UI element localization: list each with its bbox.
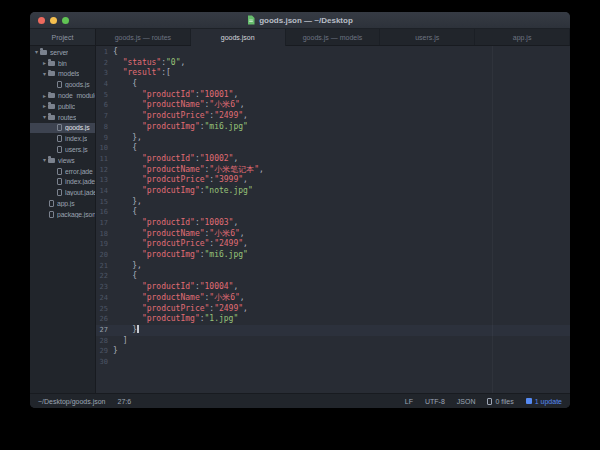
package-updates[interactable]: 1 update: [526, 398, 562, 405]
tree-item-label: layout.jade: [65, 189, 95, 196]
tree-item-layout.jade[interactable]: layout.jade: [30, 187, 95, 198]
file-icon: [57, 135, 62, 142]
line-ending-selector[interactable]: LF: [405, 398, 413, 405]
code-line[interactable]: 18 "productName":"小米6",: [96, 229, 570, 240]
tree-item-server[interactable]: ▾server: [30, 47, 95, 58]
code-line[interactable]: 12 "productName":"小米笔记本",: [96, 165, 570, 176]
code-line[interactable]: 27 }: [96, 325, 570, 336]
folder-icon: [48, 158, 55, 163]
code-line[interactable]: 17 "productId":"10003",: [96, 218, 570, 229]
file-icon: [57, 178, 62, 185]
code-line[interactable]: 29}: [96, 346, 570, 357]
code-line[interactable]: 24 "productName":"小米6",: [96, 293, 570, 304]
tree-item-bin[interactable]: ▸bin: [30, 58, 95, 69]
code-line[interactable]: 10 {: [96, 143, 570, 154]
close-button[interactable]: [38, 17, 45, 24]
chevron-right-icon[interactable]: ▸: [41, 101, 48, 111]
package-icon: [526, 398, 532, 404]
git-status[interactable]: 0 files: [487, 398, 513, 405]
window-controls: [38, 17, 69, 24]
code-text: },: [113, 133, 142, 144]
line-number: 30: [96, 357, 113, 368]
tab-app.js[interactable]: app.js: [475, 29, 570, 45]
chevron-down-icon[interactable]: ▾: [41, 69, 48, 79]
line-number: 13: [96, 175, 113, 186]
code-line[interactable]: 8 "prodcutImg":"mi6.jpg": [96, 122, 570, 133]
code-line[interactable]: 20 "prodcutImg":"mi6.jpg": [96, 250, 570, 261]
code-line[interactable]: 11 "productId":"10002",: [96, 154, 570, 165]
tree-item-public[interactable]: ▸public: [30, 101, 95, 112]
code-text: "productId":"10002",: [113, 154, 238, 165]
code-line[interactable]: 30: [96, 357, 570, 368]
line-number: 3: [96, 68, 113, 79]
chevron-right-icon[interactable]: ▸: [41, 58, 48, 68]
tree-item-label: index.jade: [65, 178, 95, 185]
code-line[interactable]: 21 },: [96, 261, 570, 272]
tree-item-index.js[interactable]: index.js: [30, 133, 95, 144]
code-line[interactable]: 16 {: [96, 207, 570, 218]
code-text: "productName":"小米6",: [113, 293, 245, 304]
grammar-selector[interactable]: JSON: [457, 398, 476, 405]
code-line[interactable]: 23 "productId":"10004",: [96, 282, 570, 293]
tree-item-users.js[interactable]: users.js: [30, 144, 95, 155]
code-line[interactable]: 26 "prodcutImg":"1.jpg": [96, 314, 570, 325]
code-text: }: [113, 325, 139, 336]
line-number: 1: [96, 47, 113, 58]
tree-item-routes[interactable]: ▾routes: [30, 112, 95, 123]
chevron-down-icon[interactable]: ▾: [41, 112, 48, 122]
minimize-button[interactable]: [50, 17, 57, 24]
code-line[interactable]: 2 "status":"0",: [96, 58, 570, 69]
tree-item-node_modules[interactable]: ▸node_modules: [30, 90, 95, 101]
chevron-right-icon[interactable]: ▸: [41, 91, 48, 101]
tree-item-package.json[interactable]: package.json: [30, 209, 95, 220]
code-text: "productId":"10004",: [113, 282, 238, 293]
code-line[interactable]: 6 "productName":"小米6",: [96, 100, 570, 111]
code-line[interactable]: 7 "prodcutPrice":"2499",: [96, 111, 570, 122]
tree-item-models[interactable]: ▾models: [30, 69, 95, 80]
code-line[interactable]: 22 {: [96, 271, 570, 282]
status-bar-right: LF UTF-8 JSON 0 files 1 update: [405, 398, 562, 405]
tree-item-label: models: [58, 70, 79, 77]
line-number: 21: [96, 261, 113, 272]
code-line[interactable]: 4 {: [96, 79, 570, 90]
code-text: "productName":"小米笔记本",: [113, 165, 264, 176]
code-text: ]: [113, 336, 127, 347]
code-line[interactable]: 28 ]: [96, 336, 570, 347]
code-line[interactable]: 13 "prodcutPrice":"3999",: [96, 175, 570, 186]
tab-goods.js — models[interactable]: goods.js — models: [286, 29, 381, 45]
tab-goods.json[interactable]: goods.json: [191, 29, 286, 46]
code-line[interactable]: 25 "prodcutPrice":"2499",: [96, 304, 570, 315]
code-line[interactable]: 3 "result":[: [96, 68, 570, 79]
file-icon: [57, 168, 62, 175]
tree-item-goods.js[interactable]: goods.js: [30, 79, 95, 90]
tab-goods.js — routes[interactable]: goods.js — routes: [96, 29, 191, 45]
tree-item-views[interactable]: ▾views: [30, 155, 95, 166]
tree-item-goods.js[interactable]: goods.js: [30, 123, 95, 134]
tab-users.js[interactable]: users.js: [380, 29, 475, 45]
line-number: 2: [96, 58, 113, 69]
code-line[interactable]: 5 "productId":"10001",: [96, 90, 570, 101]
tree-item-app.js[interactable]: app.js: [30, 198, 95, 209]
tree-item-error.jade[interactable]: error.jade: [30, 166, 95, 177]
chevron-down-icon[interactable]: ▾: [41, 155, 48, 165]
code-line[interactable]: 1{: [96, 47, 570, 58]
code-line[interactable]: 15 },: [96, 197, 570, 208]
code-text: "prodcutImg":"mi6.jpg": [113, 122, 248, 133]
code-text: "prodcutImg":"1.jpg": [113, 314, 238, 325]
chevron-down-icon[interactable]: ▾: [33, 47, 40, 57]
update-label: 1 update: [535, 398, 562, 405]
code-line[interactable]: 14 "prodcutImg":"note.jpg": [96, 186, 570, 197]
line-number: 28: [96, 336, 113, 347]
cursor-position[interactable]: 27:6: [118, 398, 132, 405]
editor-window: goods.json — ~/Desktop Project ▾server▸b…: [30, 12, 570, 408]
file-icon: [57, 81, 62, 88]
editor[interactable]: 1{2 "status":"0",3 "result":[4 {5 "produ…: [96, 46, 570, 393]
json-file-icon: [247, 15, 255, 25]
tree-item-index.jade[interactable]: index.jade: [30, 177, 95, 188]
encoding-selector[interactable]: UTF-8: [425, 398, 445, 405]
zoom-button[interactable]: [62, 17, 69, 24]
code-text: "productName":"小米6",: [113, 229, 245, 240]
code-line[interactable]: 19 "prodcutPrice":"2499",: [96, 239, 570, 250]
code-line[interactable]: 9 },: [96, 133, 570, 144]
folder-icon: [48, 104, 55, 109]
